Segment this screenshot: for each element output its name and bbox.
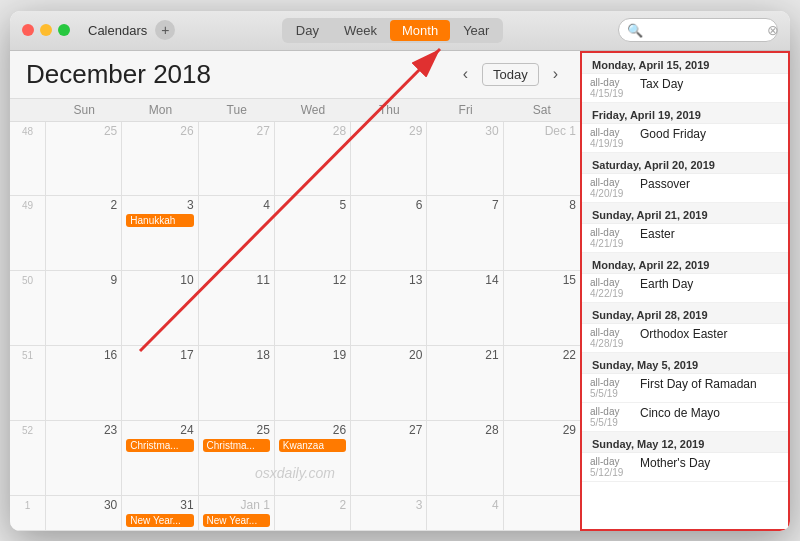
cal-cell[interactable]: 17 [122, 346, 198, 420]
cal-cell[interactable]: 31New Year... [122, 496, 198, 530]
cal-cell[interactable]: 13 [351, 271, 427, 345]
result-item[interactable]: all-day4/22/19Earth Day [582, 274, 788, 303]
minimize-button[interactable] [40, 24, 52, 36]
cal-cell[interactable]: 28 [427, 421, 503, 495]
search-clear-icon[interactable]: ⊗ [767, 22, 779, 38]
result-allday-label: all-day [590, 127, 640, 138]
day-number: 9 [50, 273, 117, 287]
cal-cell[interactable]: Dec 1 [504, 122, 580, 196]
result-item[interactable]: all-day4/21/19Easter [582, 224, 788, 253]
result-day-header: Monday, April 22, 2019 [582, 253, 788, 274]
calendar-row-1: 4923Hanukkah45678 [10, 196, 580, 271]
nav-buttons: ‹ Today › [457, 63, 564, 86]
cal-cell[interactable]: 27 [199, 122, 275, 196]
cal-cell[interactable]: 26Kwanzaa [275, 421, 351, 495]
cal-cell[interactable]: 12 [275, 271, 351, 345]
event-pill[interactable]: Christma... [126, 439, 193, 452]
event-pill[interactable]: Kwanzaa [279, 439, 346, 452]
cal-cell[interactable]: 21 [427, 346, 503, 420]
close-button[interactable] [22, 24, 34, 36]
cal-cell[interactable]: 10 [122, 271, 198, 345]
calendar-grid: 48252627282930Dec 14923Hanukkah456785091… [10, 122, 580, 531]
cal-cell[interactable]: 26 [122, 122, 198, 196]
cal-cell[interactable]: 29 [504, 421, 580, 495]
calendars-button[interactable]: Calendars [80, 20, 155, 41]
result-item[interactable]: all-day4/28/19Orthodox Easter [582, 324, 788, 353]
event-pill[interactable]: New Year... [203, 514, 270, 527]
cal-cell[interactable]: 4 [199, 196, 275, 270]
day-number: 26 [126, 124, 193, 138]
cal-cell[interactable]: 25 [46, 122, 122, 196]
result-event-name: Orthodox Easter [640, 327, 780, 341]
search-box[interactable]: 🔍 ⊗ [618, 18, 778, 42]
event-pill[interactable]: New Year... [126, 514, 193, 527]
cal-cell[interactable]: 3Hanukkah [122, 196, 198, 270]
week-number: 48 [10, 122, 46, 196]
day-number: 24 [126, 423, 193, 437]
result-item[interactable]: all-day5/12/19Mother's Day [582, 453, 788, 482]
cal-cell[interactable]: 24Christma... [122, 421, 198, 495]
cal-cell[interactable]: 11 [199, 271, 275, 345]
next-month-button[interactable]: › [547, 63, 564, 85]
result-item[interactable]: all-day4/20/19Passover [582, 174, 788, 203]
day-number: 23 [50, 423, 117, 437]
cal-cell[interactable] [504, 496, 580, 530]
result-item[interactable]: all-day5/5/19First Day of Ramadan [582, 374, 788, 403]
result-day-header: Sunday, May 12, 2019 [582, 432, 788, 453]
day-number: 31 [126, 498, 193, 512]
tab-day[interactable]: Day [284, 20, 331, 41]
calendar-nav: December 2018 ‹ Today › [10, 51, 580, 99]
cal-cell[interactable]: 30 [427, 122, 503, 196]
cal-cell[interactable]: 27 [351, 421, 427, 495]
today-button[interactable]: Today [482, 63, 539, 86]
result-item[interactable]: all-day4/19/19Good Friday [582, 124, 788, 153]
search-icon: 🔍 [627, 23, 643, 38]
day-number: 2 [50, 198, 117, 212]
tab-week[interactable]: Week [332, 20, 389, 41]
search-input[interactable] [647, 23, 767, 38]
tab-year[interactable]: Year [451, 20, 501, 41]
cal-cell[interactable]: 29 [351, 122, 427, 196]
cal-cell[interactable]: 2 [46, 196, 122, 270]
cal-cell[interactable]: 15 [504, 271, 580, 345]
maximize-button[interactable] [58, 24, 70, 36]
result-day-header: Saturday, April 20, 2019 [582, 153, 788, 174]
cal-cell[interactable]: 22 [504, 346, 580, 420]
day-number: 29 [508, 423, 576, 437]
calendar-row-2: 509101112131415 [10, 271, 580, 346]
result-item[interactable]: all-day5/5/19Cinco de Mayo [582, 403, 788, 432]
add-calendar-button[interactable]: + [155, 20, 175, 40]
result-item[interactable]: all-day4/15/19Tax Day [582, 74, 788, 103]
week-number: 50 [10, 271, 46, 345]
cal-cell[interactable]: 8 [504, 196, 580, 270]
result-date: 4/21/19 [590, 238, 640, 249]
cal-cell[interactable]: 20 [351, 346, 427, 420]
cal-cell[interactable]: 28 [275, 122, 351, 196]
prev-month-button[interactable]: ‹ [457, 63, 474, 85]
cal-cell[interactable]: 23 [46, 421, 122, 495]
cal-cell[interactable]: 7 [427, 196, 503, 270]
cal-cell[interactable]: Jan 1New Year... [199, 496, 275, 530]
cal-cell[interactable]: 30 [46, 496, 122, 530]
cal-cell[interactable]: 5 [275, 196, 351, 270]
event-pill[interactable]: Christma... [203, 439, 270, 452]
result-meta: all-day4/19/19 [590, 127, 640, 149]
cal-cell[interactable]: 3 [351, 496, 427, 530]
event-pill[interactable]: Hanukkah [126, 214, 193, 227]
day-number: 3 [126, 198, 193, 212]
cal-cell[interactable]: 2 [275, 496, 351, 530]
tab-month[interactable]: Month [390, 20, 450, 41]
search-results-panel: Monday, April 15, 2019all-day4/15/19Tax … [580, 51, 790, 531]
view-tabs-container: Day Week Month Year [175, 18, 610, 43]
cal-cell[interactable]: 19 [275, 346, 351, 420]
result-event-name: Tax Day [640, 77, 780, 91]
cal-cell[interactable]: 18 [199, 346, 275, 420]
cal-cell[interactable]: 6 [351, 196, 427, 270]
result-date: 5/12/19 [590, 467, 640, 478]
cal-cell[interactable]: 16 [46, 346, 122, 420]
cal-cell[interactable]: 25Christma... [199, 421, 275, 495]
cal-cell[interactable]: 4 [427, 496, 503, 530]
day-number: 18 [203, 348, 270, 362]
cal-cell[interactable]: 14 [427, 271, 503, 345]
cal-cell[interactable]: 9 [46, 271, 122, 345]
